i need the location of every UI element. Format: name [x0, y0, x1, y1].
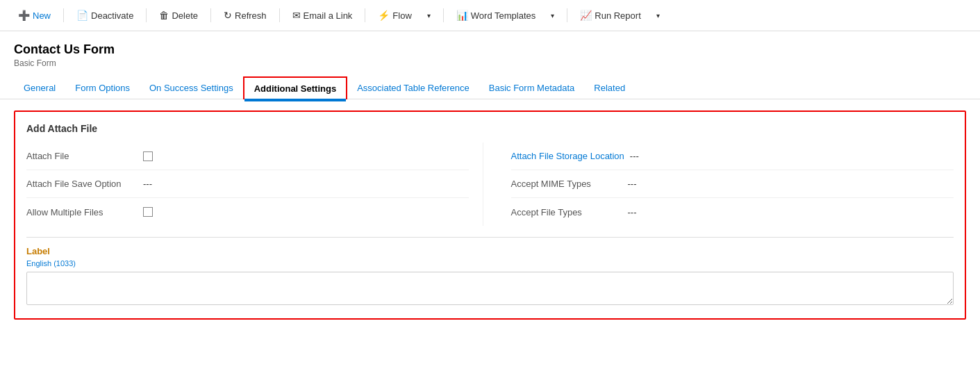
attach-file-storage-row: Attach File Storage Location --- — [511, 142, 954, 170]
refresh-button[interactable]: ↻ Refresh — [217, 6, 274, 25]
tab-associated-table-reference[interactable]: Associated Table Reference — [347, 77, 479, 99]
right-column: Attach File Storage Location --- Accept … — [497, 142, 954, 226]
tab-basic-form-metadata[interactable]: Basic Form Metadata — [479, 77, 585, 99]
refresh-icon: ↻ — [224, 10, 232, 21]
run-report-button[interactable]: 📈 Run Report — [573, 6, 647, 25]
left-column: Attach File Attach File Save Option --- … — [26, 142, 483, 226]
chevron-down-icon: ▾ — [551, 12, 554, 19]
fields-container: Attach File Attach File Save Option --- … — [26, 142, 954, 226]
run-report-dropdown-button[interactable]: ▾ — [649, 8, 667, 24]
label-lang: English (1033) — [26, 259, 954, 268]
run-report-dropdown: 📈 Run Report ▾ — [573, 6, 666, 25]
toolbar: ➕ New 📄 Deactivate 🗑 Delete ↻ Refresh ✉ … — [0, 0, 980, 31]
section-title: Add Attach File — [26, 123, 954, 134]
page-header: Contact Us Form Basic Form — [0, 31, 980, 68]
separator — [365, 8, 365, 22]
active-tab-underline — [244, 99, 346, 100]
accept-mime-types-row: Accept MIME Types --- — [511, 170, 954, 198]
delete-icon: 🗑 — [159, 10, 169, 21]
allow-multiple-files-checkbox[interactable] — [143, 207, 153, 217]
plus-icon: ➕ — [18, 10, 30, 21]
separator — [443, 8, 444, 22]
accept-file-types-value: --- — [628, 207, 637, 217]
accept-file-types-row: Accept File Types --- — [511, 198, 954, 226]
accept-mime-types-value: --- — [628, 179, 637, 189]
word-templates-dropdown-button[interactable]: ▾ — [544, 8, 561, 24]
separator — [146, 8, 147, 22]
flow-dropdown: ⚡ Flow ▾ — [371, 6, 437, 25]
attach-file-save-option-value: --- — [143, 179, 152, 189]
add-attach-file-section: Add Attach File Attach File Attach File … — [14, 110, 966, 320]
chevron-down-icon: ▾ — [427, 12, 431, 19]
tab-related[interactable]: Related — [584, 77, 635, 99]
flow-button[interactable]: ⚡ Flow — [371, 6, 418, 25]
accept-mime-types-label: Accept MIME Types — [511, 179, 622, 189]
tabs-nav: General Form Options On Success Settings… — [0, 76, 980, 99]
label-section-title: Label — [26, 246, 954, 256]
label-textarea[interactable] — [26, 272, 954, 305]
email-link-button[interactable]: ✉ Email a Link — [285, 6, 360, 25]
attach-file-label: Attach File — [26, 151, 138, 161]
word-templates-button[interactable]: 📊 Word Templates — [449, 6, 542, 25]
page-title: Contact Us Form — [14, 42, 966, 57]
flow-icon: ⚡ — [378, 10, 390, 21]
attach-file-row: Attach File — [26, 142, 469, 170]
tab-general[interactable]: General — [14, 77, 65, 99]
word-templates-icon: 📊 — [456, 10, 468, 21]
separator — [567, 8, 567, 22]
attach-file-save-option-row: Attach File Save Option --- — [26, 170, 469, 198]
email-icon: ✉ — [292, 10, 301, 21]
tab-on-success-settings[interactable]: On Success Settings — [140, 77, 243, 99]
separator — [279, 8, 280, 22]
separator — [210, 8, 211, 22]
tab-form-options[interactable]: Form Options — [65, 77, 140, 99]
tab-additional-settings[interactable]: Additional Settings — [243, 76, 347, 99]
allow-multiple-files-label: Allow Multiple Files — [26, 207, 138, 217]
attach-file-storage-value: --- — [630, 151, 639, 161]
attach-file-checkbox[interactable] — [143, 151, 153, 161]
page-subtitle: Basic Form — [14, 58, 966, 68]
content-area: Add Attach File Attach File Attach File … — [0, 99, 980, 331]
delete-button[interactable]: 🗑 Delete — [152, 6, 205, 25]
attach-file-save-option-label: Attach File Save Option — [26, 179, 138, 189]
separator — [63, 8, 64, 22]
accept-file-types-label: Accept File Types — [511, 207, 622, 217]
chevron-down-icon: ▾ — [656, 12, 660, 19]
label-section: Label English (1033) — [26, 237, 954, 307]
allow-multiple-files-row: Allow Multiple Files — [26, 198, 469, 226]
attach-file-storage-label: Attach File Storage Location — [511, 151, 624, 161]
flow-dropdown-button[interactable]: ▾ — [420, 8, 438, 24]
new-button[interactable]: ➕ New — [11, 6, 58, 25]
word-templates-dropdown: 📊 Word Templates ▾ — [449, 6, 561, 25]
run-report-icon: 📈 — [580, 10, 592, 21]
deactivate-button[interactable]: 📄 Deactivate — [69, 6, 140, 25]
deactivate-icon: 📄 — [76, 10, 88, 21]
